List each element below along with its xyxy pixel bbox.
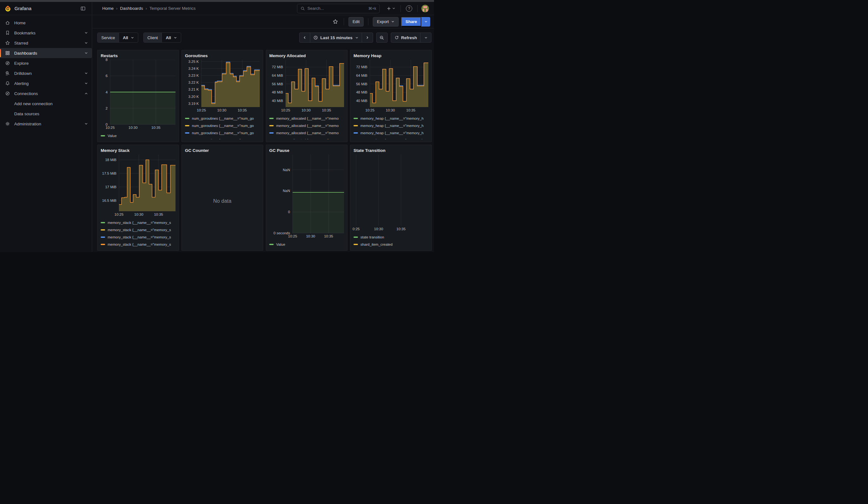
legend-item[interactable]: num_goroutines {__name__="num_go xyxy=(185,122,260,129)
legend-label: num_goroutines {__name__="num_go xyxy=(192,131,254,135)
share-button[interactable]: Share xyxy=(401,17,421,27)
time-shift-back-button[interactable] xyxy=(300,33,310,42)
time-series-plot[interactable]: 18 MiB17.5 MiB17 MiB16.5 MiB10:2510:3010… xyxy=(101,154,175,217)
legend-item[interactable]: memory_allocated {__name__="memo xyxy=(269,115,344,122)
legend-item[interactable]: memory_stack {__name__="memory_s xyxy=(101,233,175,240)
legend-item[interactable]: Value xyxy=(101,132,175,139)
sidebar-item-drilldown[interactable]: Drilldown xyxy=(0,68,92,78)
chevron-down-icon xyxy=(424,36,428,40)
legend-item[interactable]: num_goroutines {__name__="num_go xyxy=(185,115,260,122)
legend-item[interactable]: memory_allocated {__name__="memo xyxy=(269,129,344,136)
gear-icon xyxy=(5,121,10,126)
legend-item[interactable]: memory_allocated {__name__="memo xyxy=(269,136,344,139)
breadcrumb-separator: › xyxy=(145,6,147,11)
legend-item[interactable]: memory_stack {__name__="memory_s xyxy=(101,240,175,248)
panel-title[interactable]: Goroutines xyxy=(185,52,260,60)
legend-label: state transition xyxy=(360,235,384,239)
add-new-button[interactable] xyxy=(385,4,397,13)
panel-title[interactable]: GC Counter xyxy=(185,147,260,154)
grafana-app: { "brand": { "name": "Grafana" }, "bread… xyxy=(0,0,434,252)
client-filter-value-dropdown[interactable]: All xyxy=(162,33,181,42)
edit-button[interactable]: Edit xyxy=(349,17,364,27)
series-color-swatch xyxy=(353,244,358,245)
panel-title[interactable]: Memory Heap xyxy=(353,52,428,60)
time-series-plot[interactable]: 72 MiB64 MiB56 MiB48 MiB40 MiB10:2510:30… xyxy=(269,60,344,113)
legend-item[interactable]: memory_heap {__name__="memory_h xyxy=(353,122,428,129)
active-indicator xyxy=(0,49,1,57)
panel-title[interactable]: Memory Allocated xyxy=(269,52,344,60)
legend-item[interactable]: Value xyxy=(269,240,344,248)
client-variable-filter: Client All xyxy=(143,32,181,43)
zoom-out-time-button[interactable] xyxy=(376,33,387,42)
series-color-swatch xyxy=(185,125,189,126)
legend-item[interactable]: num_goroutines {__name__="num_go xyxy=(185,136,260,139)
sidebar-item-alerting[interactable]: Alerting xyxy=(0,78,92,89)
grafana-logo[interactable] xyxy=(4,5,11,12)
help-button[interactable]: ? xyxy=(405,4,413,13)
dashboard-toolbar: Edit Export Share xyxy=(92,15,434,28)
chevron-down-icon xyxy=(84,81,88,85)
favorite-star-button[interactable] xyxy=(331,18,339,25)
panel-legend: num_goroutines {__name__="num_gonum_goro… xyxy=(185,115,260,139)
breadcrumb-current-page: Temporal Server Metrics xyxy=(149,6,196,11)
legend-item[interactable]: memory_stack {__name__="memory_s xyxy=(101,226,175,233)
share-dropdown-button[interactable] xyxy=(421,17,430,27)
search-shortcut: ⌘+k xyxy=(368,6,376,11)
sidebar-item-connections[interactable]: Connections xyxy=(0,89,92,99)
panel-title[interactable]: State Transition xyxy=(353,147,428,154)
refresh-interval-dropdown[interactable] xyxy=(421,33,431,42)
panel-title[interactable]: GC Pause xyxy=(269,147,344,154)
legend-label: memory_stack {__name__="memory_s xyxy=(107,235,171,239)
time-range-picker[interactable]: Last 15 minutes xyxy=(310,33,362,42)
dock-sidebar-toggle-button[interactable] xyxy=(79,4,87,13)
legend-item[interactable]: memory_heap {__name__="memory_h xyxy=(353,129,428,136)
time-series-plot[interactable]: 72 MiB64 MiB56 MiB48 MiB40 MiB10:2510:30… xyxy=(353,60,428,113)
sidebar-item-explore[interactable]: Explore xyxy=(0,58,92,68)
sidebar-item-data-sources[interactable]: Data sources xyxy=(0,109,92,119)
export-button[interactable]: Export xyxy=(373,17,399,27)
chevron-up-icon xyxy=(84,92,88,95)
breadcrumb-home[interactable]: Home xyxy=(102,6,114,11)
legend-item[interactable]: shard_item_created xyxy=(353,240,428,248)
legend-item[interactable]: memory_stack {__name__="memory_s xyxy=(101,219,175,226)
client-filter-label: Client xyxy=(144,33,162,42)
legend-label: memory_heap {__name__="memory_h xyxy=(360,138,424,140)
search-input[interactable]: Search... ⌘+k xyxy=(297,4,380,13)
sidebar-item-administration[interactable]: Administration xyxy=(0,119,92,129)
sidebar-item-home[interactable]: Home xyxy=(0,18,92,28)
time-series-plot[interactable]: 0:2510:3010:35 xyxy=(353,154,428,232)
service-variable-filter: Service All xyxy=(97,32,138,43)
sidebar-item-bookmarks[interactable]: Bookmarks xyxy=(0,28,92,38)
refresh-button[interactable]: Refresh xyxy=(391,33,421,42)
legend-label: Value xyxy=(107,134,117,138)
panel-legend: memory_stack {__name__="memory_smemory_s… xyxy=(101,219,175,248)
legend-label: memory_allocated {__name__="memo xyxy=(276,131,339,135)
legend-item[interactable]: num_goroutines {__name__="num_go xyxy=(185,129,260,136)
time-shift-forward-button[interactable] xyxy=(362,33,373,42)
zoom-out-icon xyxy=(379,35,384,40)
user-avatar[interactable] xyxy=(421,5,429,12)
panel-memory-heap: Memory Heap 72 MiB64 MiB56 MiB48 MiB40 M… xyxy=(350,50,432,142)
service-filter-value-dropdown[interactable]: All xyxy=(119,33,138,42)
sidebar-item-dashboards[interactable]: Dashboards xyxy=(0,48,92,58)
panel-legend: state transitionshard_item_created xyxy=(353,233,428,248)
sidebar-item-add-new-connection[interactable]: Add new connection xyxy=(0,99,92,109)
time-series-plot[interactable]: NaNNaN00 seconds10:2510:3010:35 xyxy=(269,154,344,239)
panel-title[interactable]: Restarts xyxy=(101,52,175,60)
dashboard-controls-row: Service All Client All xyxy=(97,32,432,43)
legend-item[interactable]: state transition xyxy=(353,233,428,240)
legend-item[interactable]: memory_heap {__name__="memory_h xyxy=(353,136,428,139)
panel-memory-stack: Memory Stack 18 MiB17.5 MiB17 MiB16.5 Mi… xyxy=(97,145,179,251)
panel-title[interactable]: Memory Stack xyxy=(101,147,175,154)
chevron-down-icon xyxy=(84,51,88,55)
time-series-plot[interactable]: 8642010:2510:3010:35 xyxy=(101,60,175,130)
breadcrumb-dashboards[interactable]: Dashboards xyxy=(120,6,143,11)
sidebar-item-starred[interactable]: Starred xyxy=(0,38,92,48)
drilldown-icon xyxy=(5,71,10,76)
dashboard-panel-grid: Restarts 8642010:2510:3010:35 Value Goro… xyxy=(97,50,434,251)
legend-label: memory_heap {__name__="memory_h xyxy=(360,116,424,120)
legend-item[interactable]: memory_heap {__name__="memory_h xyxy=(353,115,428,122)
legend-item[interactable]: memory_allocated {__name__="memo xyxy=(269,122,344,129)
service-filter-label: Service xyxy=(97,33,119,42)
time-series-plot[interactable]: 3.25 K3.24 K3.23 K3.22 K3.21 K3.20 K3.19… xyxy=(185,60,260,113)
